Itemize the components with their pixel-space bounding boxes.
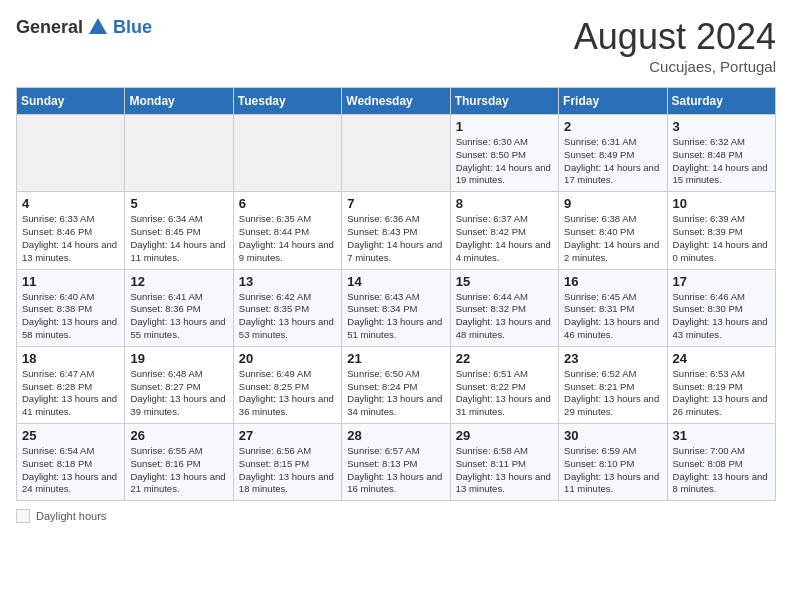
legend-box xyxy=(16,509,30,523)
day-number: 9 xyxy=(564,196,661,211)
day-info: Sunrise: 6:52 AMSunset: 8:21 PMDaylight:… xyxy=(564,368,661,419)
calendar-cell xyxy=(17,115,125,192)
day-number: 16 xyxy=(564,274,661,289)
logo-blue: Blue xyxy=(113,17,152,38)
day-number: 4 xyxy=(22,196,119,211)
day-info: Sunrise: 6:51 AMSunset: 8:22 PMDaylight:… xyxy=(456,368,553,419)
calendar-cell xyxy=(233,115,341,192)
calendar-cell: 5Sunrise: 6:34 AMSunset: 8:45 PMDaylight… xyxy=(125,192,233,269)
logo-general: General xyxy=(16,17,83,38)
calendar-week-row: 25Sunrise: 6:54 AMSunset: 8:18 PMDayligh… xyxy=(17,424,776,501)
calendar-cell: 16Sunrise: 6:45 AMSunset: 8:31 PMDayligh… xyxy=(559,269,667,346)
calendar-cell: 11Sunrise: 6:40 AMSunset: 8:38 PMDayligh… xyxy=(17,269,125,346)
calendar-cell: 26Sunrise: 6:55 AMSunset: 8:16 PMDayligh… xyxy=(125,424,233,501)
day-number: 26 xyxy=(130,428,227,443)
calendar-cell: 14Sunrise: 6:43 AMSunset: 8:34 PMDayligh… xyxy=(342,269,450,346)
day-number: 2 xyxy=(564,119,661,134)
calendar-week-row: 1Sunrise: 6:30 AMSunset: 8:50 PMDaylight… xyxy=(17,115,776,192)
calendar-cell: 27Sunrise: 6:56 AMSunset: 8:15 PMDayligh… xyxy=(233,424,341,501)
day-number: 28 xyxy=(347,428,444,443)
day-number: 19 xyxy=(130,351,227,366)
calendar-cell: 24Sunrise: 6:53 AMSunset: 8:19 PMDayligh… xyxy=(667,346,775,423)
calendar-cell: 28Sunrise: 6:57 AMSunset: 8:13 PMDayligh… xyxy=(342,424,450,501)
day-info: Sunrise: 6:49 AMSunset: 8:25 PMDaylight:… xyxy=(239,368,336,419)
calendar-cell: 3Sunrise: 6:32 AMSunset: 8:48 PMDaylight… xyxy=(667,115,775,192)
page-header: General Blue August 2024 Cucujaes, Portu… xyxy=(16,16,776,75)
calendar-cell: 19Sunrise: 6:48 AMSunset: 8:27 PMDayligh… xyxy=(125,346,233,423)
day-number: 24 xyxy=(673,351,770,366)
calendar-cell: 30Sunrise: 6:59 AMSunset: 8:10 PMDayligh… xyxy=(559,424,667,501)
day-number: 31 xyxy=(673,428,770,443)
calendar-cell: 31Sunrise: 7:00 AMSunset: 8:08 PMDayligh… xyxy=(667,424,775,501)
day-info: Sunrise: 6:43 AMSunset: 8:34 PMDaylight:… xyxy=(347,291,444,342)
day-number: 10 xyxy=(673,196,770,211)
day-info: Sunrise: 6:47 AMSunset: 8:28 PMDaylight:… xyxy=(22,368,119,419)
day-number: 29 xyxy=(456,428,553,443)
day-info: Sunrise: 6:58 AMSunset: 8:11 PMDaylight:… xyxy=(456,445,553,496)
calendar-week-row: 4Sunrise: 6:33 AMSunset: 8:46 PMDaylight… xyxy=(17,192,776,269)
logo: General Blue xyxy=(16,16,152,38)
calendar-day-header: Saturday xyxy=(667,88,775,115)
day-number: 11 xyxy=(22,274,119,289)
calendar-cell: 15Sunrise: 6:44 AMSunset: 8:32 PMDayligh… xyxy=(450,269,558,346)
day-number: 1 xyxy=(456,119,553,134)
day-info: Sunrise: 6:57 AMSunset: 8:13 PMDaylight:… xyxy=(347,445,444,496)
calendar-cell: 1Sunrise: 6:30 AMSunset: 8:50 PMDaylight… xyxy=(450,115,558,192)
calendar-cell: 7Sunrise: 6:36 AMSunset: 8:43 PMDaylight… xyxy=(342,192,450,269)
day-number: 23 xyxy=(564,351,661,366)
day-info: Sunrise: 6:37 AMSunset: 8:42 PMDaylight:… xyxy=(456,213,553,264)
title-block: August 2024 Cucujaes, Portugal xyxy=(574,16,776,75)
calendar-cell: 4Sunrise: 6:33 AMSunset: 8:46 PMDaylight… xyxy=(17,192,125,269)
calendar-week-row: 11Sunrise: 6:40 AMSunset: 8:38 PMDayligh… xyxy=(17,269,776,346)
day-info: Sunrise: 6:40 AMSunset: 8:38 PMDaylight:… xyxy=(22,291,119,342)
day-info: Sunrise: 6:33 AMSunset: 8:46 PMDaylight:… xyxy=(22,213,119,264)
day-number: 27 xyxy=(239,428,336,443)
calendar-week-row: 18Sunrise: 6:47 AMSunset: 8:28 PMDayligh… xyxy=(17,346,776,423)
day-number: 21 xyxy=(347,351,444,366)
legend: Daylight hours xyxy=(16,509,776,523)
calendar-cell: 17Sunrise: 6:46 AMSunset: 8:30 PMDayligh… xyxy=(667,269,775,346)
day-number: 17 xyxy=(673,274,770,289)
day-number: 6 xyxy=(239,196,336,211)
calendar-day-header: Sunday xyxy=(17,88,125,115)
day-info: Sunrise: 6:59 AMSunset: 8:10 PMDaylight:… xyxy=(564,445,661,496)
location: Cucujaes, Portugal xyxy=(574,58,776,75)
day-info: Sunrise: 6:46 AMSunset: 8:30 PMDaylight:… xyxy=(673,291,770,342)
day-number: 3 xyxy=(673,119,770,134)
day-info: Sunrise: 6:44 AMSunset: 8:32 PMDaylight:… xyxy=(456,291,553,342)
calendar-day-header: Thursday xyxy=(450,88,558,115)
calendar-cell xyxy=(125,115,233,192)
calendar-cell: 21Sunrise: 6:50 AMSunset: 8:24 PMDayligh… xyxy=(342,346,450,423)
day-info: Sunrise: 6:34 AMSunset: 8:45 PMDaylight:… xyxy=(130,213,227,264)
day-info: Sunrise: 6:56 AMSunset: 8:15 PMDaylight:… xyxy=(239,445,336,496)
day-number: 30 xyxy=(564,428,661,443)
svg-marker-0 xyxy=(89,18,107,34)
day-info: Sunrise: 6:55 AMSunset: 8:16 PMDaylight:… xyxy=(130,445,227,496)
day-info: Sunrise: 6:36 AMSunset: 8:43 PMDaylight:… xyxy=(347,213,444,264)
day-info: Sunrise: 6:35 AMSunset: 8:44 PMDaylight:… xyxy=(239,213,336,264)
day-info: Sunrise: 6:54 AMSunset: 8:18 PMDaylight:… xyxy=(22,445,119,496)
day-info: Sunrise: 6:42 AMSunset: 8:35 PMDaylight:… xyxy=(239,291,336,342)
calendar-cell: 9Sunrise: 6:38 AMSunset: 8:40 PMDaylight… xyxy=(559,192,667,269)
day-number: 8 xyxy=(456,196,553,211)
day-number: 22 xyxy=(456,351,553,366)
day-number: 15 xyxy=(456,274,553,289)
calendar-cell: 22Sunrise: 6:51 AMSunset: 8:22 PMDayligh… xyxy=(450,346,558,423)
day-number: 25 xyxy=(22,428,119,443)
day-info: Sunrise: 6:38 AMSunset: 8:40 PMDaylight:… xyxy=(564,213,661,264)
calendar-cell: 29Sunrise: 6:58 AMSunset: 8:11 PMDayligh… xyxy=(450,424,558,501)
day-info: Sunrise: 7:00 AMSunset: 8:08 PMDaylight:… xyxy=(673,445,770,496)
day-info: Sunrise: 6:39 AMSunset: 8:39 PMDaylight:… xyxy=(673,213,770,264)
day-number: 14 xyxy=(347,274,444,289)
calendar-cell: 2Sunrise: 6:31 AMSunset: 8:49 PMDaylight… xyxy=(559,115,667,192)
day-info: Sunrise: 6:45 AMSunset: 8:31 PMDaylight:… xyxy=(564,291,661,342)
calendar-day-header: Wednesday xyxy=(342,88,450,115)
day-number: 5 xyxy=(130,196,227,211)
month-year: August 2024 xyxy=(574,16,776,58)
calendar-cell: 10Sunrise: 6:39 AMSunset: 8:39 PMDayligh… xyxy=(667,192,775,269)
day-info: Sunrise: 6:41 AMSunset: 8:36 PMDaylight:… xyxy=(130,291,227,342)
calendar-day-header: Friday xyxy=(559,88,667,115)
calendar-cell: 25Sunrise: 6:54 AMSunset: 8:18 PMDayligh… xyxy=(17,424,125,501)
calendar-cell: 23Sunrise: 6:52 AMSunset: 8:21 PMDayligh… xyxy=(559,346,667,423)
calendar-header-row: SundayMondayTuesdayWednesdayThursdayFrid… xyxy=(17,88,776,115)
